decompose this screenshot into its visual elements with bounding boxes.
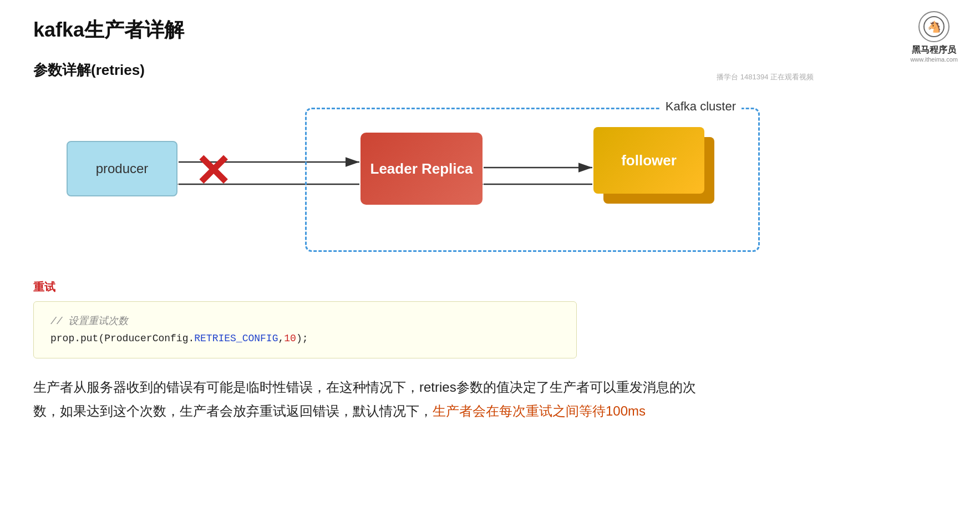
description-line2: 数，如果达到这个次数，生产者会放弃重试返回错误，默认情况下，: [33, 403, 433, 418]
description-highlight: 生产者会在每次重试之间等待100ms: [433, 403, 646, 418]
logo-icon: 🐴: [918, 11, 949, 42]
watermark: 播学台 1481394 正在观看视频: [717, 72, 814, 82]
kafka-cluster-label: Kafka cluster: [660, 99, 742, 114]
logo-name: 黑马程序员: [912, 44, 956, 56]
description: 生产者从服务器收到的错误有可能是临时性错误，在这种情况下，retries参数的值…: [33, 375, 921, 423]
leader-box: Leader Replica: [360, 133, 483, 205]
diagram-area: Kafka cluster producer ✕ Leader Replica …: [33, 97, 947, 269]
code-prop: prop.put(ProducerConfig.: [50, 333, 194, 344]
description-line1: 生产者从服务器收到的错误有可能是临时性错误，在这种情况下，retries参数的值…: [33, 380, 696, 395]
svg-text:🐴: 🐴: [927, 20, 941, 33]
x-mark: ✕: [194, 149, 231, 194]
follower-label: follower: [621, 152, 677, 169]
code-config-name: RETRIES_CONFIG: [194, 333, 278, 344]
leader-label: Leader Replica: [370, 160, 473, 178]
code-main-line: prop.put(ProducerConfig.RETRIES_CONFIG,1…: [50, 330, 560, 347]
section-title: 参数详解(retries): [0, 49, 980, 85]
logo-url: www.itheima.com: [910, 56, 958, 63]
retry-label: 重试: [33, 280, 947, 295]
logo-area: 🐴 黑马程序员 www.itheima.com: [910, 11, 958, 63]
code-block: // 设置重试次数 prop.put(ProducerConfig.RETRIE…: [33, 301, 577, 358]
code-end: );: [296, 333, 308, 344]
code-number: 10: [284, 333, 296, 344]
code-comment-line: // 设置重试次数: [50, 313, 560, 330]
producer-label: producer: [96, 161, 149, 176]
page-title: kafka生产者详解: [0, 0, 980, 49]
follower-box: follower: [593, 127, 704, 194]
code-comment: // 设置重试次数: [50, 316, 128, 327]
producer-box: producer: [67, 141, 177, 196]
code-comma: ,: [278, 333, 284, 344]
